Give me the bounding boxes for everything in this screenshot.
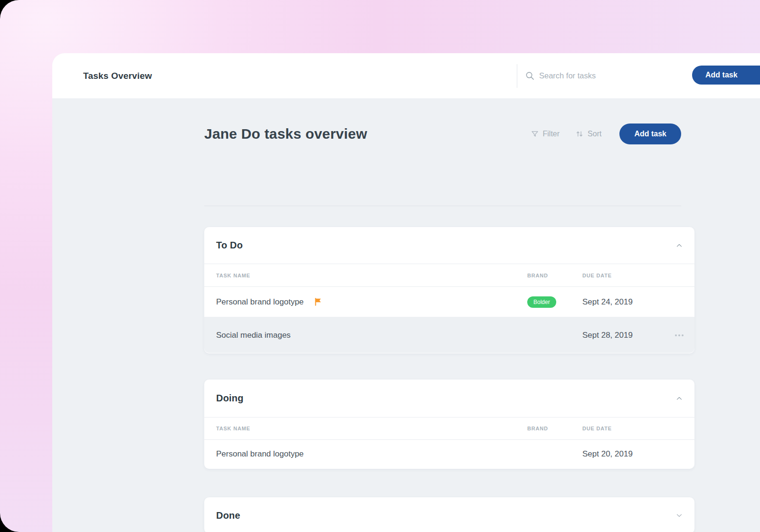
chevron-up-icon[interactable]: [672, 238, 687, 253]
doing-section-header[interactable]: Doing: [204, 380, 694, 418]
flag-icon: [314, 297, 322, 306]
filter-button[interactable]: Filter: [531, 130, 560, 138]
done-section-title: Done: [216, 510, 240, 521]
page-title: Jane Do tasks overview: [204, 126, 367, 142]
more-options-icon[interactable]: [672, 328, 687, 343]
gradient-background: Tasks Overview Add task Jane Do tasks ov…: [0, 0, 760, 532]
section-card-done: Done: [204, 497, 694, 532]
column-brand: BRAND: [527, 273, 582, 278]
todo-section-header[interactable]: To Do: [204, 227, 694, 264]
column-task-name: TASK NAME: [216, 273, 527, 278]
heading-divider: [204, 206, 681, 206]
sort-label: Sort: [588, 130, 601, 138]
filter-funnel-icon: [531, 130, 539, 138]
doing-section-title: Doing: [216, 393, 244, 404]
brand-badge: Bolder: [527, 296, 556, 308]
main-content: Jane Do tasks overview Filter: [204, 98, 694, 532]
todo-section-title: To Do: [216, 240, 243, 251]
task-name: Social media images: [216, 331, 291, 340]
search-icon: [525, 71, 534, 80]
app-header: Tasks Overview Add task: [52, 53, 760, 98]
chevron-down-icon[interactable]: [672, 508, 687, 523]
add-task-button-header[interactable]: Add task: [692, 66, 760, 85]
header-divider: [517, 64, 517, 88]
due-date: Sept 24, 2019: [582, 297, 694, 307]
search-input[interactable]: [539, 71, 663, 80]
sort-button[interactable]: Sort: [576, 130, 601, 138]
table-row[interactable]: Personal brand logotype Bolder Sept 24, …: [204, 287, 694, 317]
done-section-header[interactable]: Done: [204, 497, 694, 532]
app-window: Tasks Overview Add task Jane Do tasks ov…: [52, 53, 760, 532]
table-row[interactable]: Social media images Sept 28, 2019: [204, 317, 694, 353]
section-card-todo: To Do TASK NAME BRAND DUE DATE Personal …: [204, 227, 694, 353]
sort-arrows-icon: [576, 130, 583, 138]
filter-label: Filter: [543, 130, 560, 138]
column-task-name: TASK NAME: [216, 426, 527, 431]
column-due-date: DUE DATE: [582, 273, 694, 278]
section-card-doing: Doing TASK NAME BRAND DUE DATE Personal …: [204, 380, 694, 469]
add-task-button-main[interactable]: Add task: [619, 124, 681, 144]
heading-row: Jane Do tasks overview Filter: [204, 123, 681, 145]
table-row[interactable]: Personal brand logotype Sept 20, 2019: [204, 440, 694, 468]
app-title: Tasks Overview: [83, 53, 152, 98]
chevron-up-icon[interactable]: [672, 391, 687, 406]
doing-column-header: TASK NAME BRAND DUE DATE: [204, 418, 694, 440]
toolbar: Filter Sort Add task: [531, 124, 681, 144]
task-name: Personal brand logotype: [216, 297, 304, 307]
task-name: Personal brand logotype: [216, 449, 304, 459]
todo-column-header: TASK NAME BRAND DUE DATE: [204, 264, 694, 287]
column-due-date: DUE DATE: [582, 426, 694, 431]
search-box[interactable]: [525, 53, 682, 98]
due-date: Sept 20, 2019: [582, 449, 694, 459]
column-brand: BRAND: [527, 426, 582, 431]
